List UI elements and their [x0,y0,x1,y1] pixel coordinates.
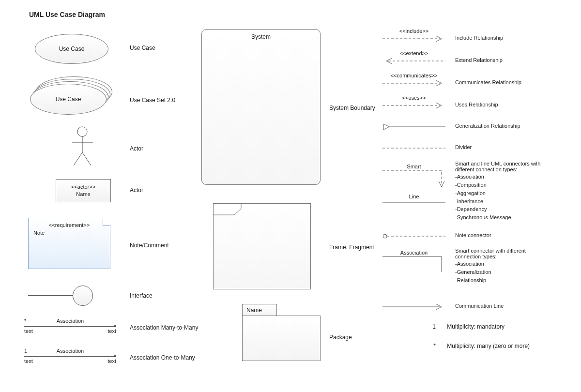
divider-row: Divider [382,143,547,153]
assoc-bullet-2: -Relationship [455,277,547,284]
svg-marker-10 [383,124,389,130]
include-row: <<include>> Include Relationship [382,34,547,44]
smart-bullet-0: -Association [455,173,547,181]
note-label: Note/Comment [130,242,169,249]
mult-star-label: Multiplicity: many (zero or more) [447,343,530,349]
assoc-om-left-mult: 1 [24,348,27,354]
actor-stick-shape [68,126,97,171]
assoc-mm-left-mult: * [24,318,26,324]
svg-point-13 [383,234,387,238]
communicates-row: <<communicates>> Communicates Relationsh… [382,78,547,88]
noteconn-label: Note connector [455,232,547,238]
mult-1-label: Multiplicity: mandatory [447,323,505,330]
actor-box-label: Actor [130,187,143,194]
extend-cap: <<extend>> [382,50,445,56]
uses-row: <<uses>> Uses Relationship [382,101,547,110]
package-name: Name [246,307,262,314]
assoc-bullet-1: -Generalization [455,269,547,276]
svg-line-4 [82,152,91,166]
assoc-om-label: Association One-to-Many [130,354,195,361]
usecase-set-label: Use Case Set 2.0 [130,97,175,104]
smart-bullet-1: -Composition [455,181,547,189]
svg-line-3 [74,152,82,166]
frame-label: Frame, Fragment [329,244,374,251]
mult-star-sym: * [382,343,445,349]
usecase-set-shape: Use Case [30,76,112,116]
assoc-mm-shape: * Association * text text [24,319,116,327]
assoc-om-right-text: text [107,358,116,364]
assoc-conn-label: Smart connector with different connectio… [455,248,547,259]
commline-label: Communication Line [455,303,547,309]
assoc-om-name: Association [24,348,116,354]
uses-label: Uses Relationship [455,102,547,107]
include-cap: <<include>> [382,28,445,34]
communicates-cap: <<communicates>> [382,73,445,78]
communicates-label: Communicates Relationship [455,79,547,85]
smart-bullet-5: -Synchronous Message [455,214,547,221]
assoc-mm-name: Association [24,318,116,324]
smart-row: Smart Line Smart and line UML connectors… [382,165,547,213]
frame-shape [213,203,311,289]
page-title: UML Use Case Diagram [29,11,105,18]
mult-mandatory-row: 1 Multiplicity: mandatory [382,323,547,330]
actor-stick-label: Actor [130,145,143,152]
assoc-om-shape: 1 Association * text text [24,349,116,357]
generalization-label: Generalization Relationship [455,123,547,129]
assoc-mm-left-text: text [24,328,33,334]
actor-box-stereo: <<actor>> [71,183,95,191]
system-boundary-shape: System [201,29,321,185]
assoc-bullet-0: -Association [455,260,547,268]
mult-1-sym: 1 [382,323,445,330]
commline-row: Communication Line [382,302,547,312]
mult-many-row: * Multiplicity: many (zero or more) [382,343,547,349]
extend-label: Extend Relationship [455,57,547,63]
package-label: Package [329,334,352,341]
usecase-label: Use Case [130,45,155,51]
smart-bullet-4: -Dependency [455,206,547,213]
smart-label: Smart and line UML connectors with diffe… [455,161,547,172]
system-boundary-label: System Boundary [329,105,375,111]
divider-label: Divider [455,144,547,150]
interface-label: Interface [130,292,153,299]
assoc-om-left-text: text [24,358,33,364]
note-shape: <<requirement>> Note [28,218,110,269]
smart-bullet-3: -Inheritance [455,198,547,205]
note-body: Note [33,230,105,236]
usecase-text: Use Case [59,45,85,52]
noteconn-row: Note connector [382,231,547,241]
line-cap: Line [382,194,445,199]
actor-box-name: Name [76,191,90,198]
generalization-row: Generalization Relationship [382,122,547,132]
system-title: System [202,30,320,40]
uses-cap: <<uses>> [382,95,445,101]
svg-point-0 [77,127,87,136]
interface-shape [28,286,96,306]
assoc-mm-label: Association Many-to-Many [130,324,198,331]
actor-box-shape: <<actor>> Name [56,179,111,202]
note-stereo: <<requirement>> [33,222,105,228]
extend-row: <<extend>> Extend Relationship [382,56,547,66]
assoc-conn-row: Association Smart connector with differe… [382,251,547,275]
usecase-shape: Use Case [35,34,108,64]
smart-bullet-2: -Aggregation [455,190,547,197]
include-label: Include Relationship [455,35,547,41]
assoc-mm-right-text: text [107,328,116,334]
usecase-set-text: Use Case [56,96,81,103]
